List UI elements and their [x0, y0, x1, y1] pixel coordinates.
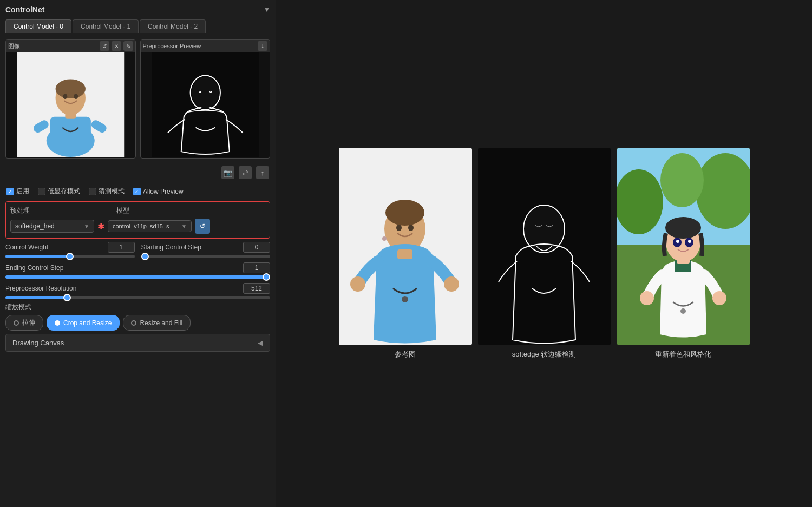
low-vram-label: 低显存模式	[48, 187, 80, 196]
control-weight-slider-row: Control Weight 1	[5, 242, 135, 258]
panel-title: ControlNet	[5, 5, 44, 14]
allow-preview-label: Allow Preview	[143, 188, 184, 195]
output-image-label-1: softedge 软边缘检测	[512, 350, 577, 359]
swap-icon-btn[interactable]: ⇄	[239, 166, 252, 179]
guess-mode-label: 猜测模式	[99, 187, 125, 196]
camera-icon-btn[interactable]: 📷	[221, 166, 234, 179]
model-section-label: 模型	[116, 206, 129, 215]
preprocessor-preview-box: Preprocessor Preview ⤓	[140, 39, 271, 159]
svg-point-39	[688, 240, 691, 243]
panel-header: ControlNet ▼	[5, 5, 270, 14]
guess-mode-checkbox[interactable]: 猜测模式	[89, 187, 125, 196]
output-image-col-1: softedge 软边缘检测	[478, 148, 611, 359]
ending-control-header: Ending Control Step 1	[5, 262, 270, 273]
source-image-edit-btn[interactable]: ✎	[123, 41, 133, 51]
control-weight-header: Control Weight 1	[5, 242, 135, 253]
preproc-resolution-header: Preprocessor Resolution 512	[5, 283, 270, 294]
guess-mode-checkbox-box	[89, 188, 96, 195]
allow-preview-checkbox[interactable]: Allow Preview	[133, 188, 184, 195]
source-image-refresh-btn[interactable]: ↺	[100, 41, 109, 51]
starting-control-slider-row: Starting Control Step 0	[141, 242, 271, 258]
scale-resize-fill-btn[interactable]: Resize and Fill	[123, 315, 191, 331]
model-value: control_v11p_sd15_s	[113, 223, 169, 229]
edge-detection-svg	[141, 52, 270, 157]
preproc-resolution-label: Preprocessor Resolution	[5, 285, 76, 292]
preprocessor-dropdown[interactable]: softedge_hed ▼	[10, 220, 94, 233]
low-vram-checkbox-box	[38, 188, 45, 195]
scale-crop-resize-label: Crop and Resize	[63, 319, 112, 327]
model-dropdown-arrow: ▼	[181, 223, 187, 229]
preprocessor-model-section: 预处理 模型 softedge_hed ▼ ✱ control_v11p_sd1…	[5, 201, 270, 239]
sliders-section: Control Weight 1 Starting Control Step 0…	[5, 242, 270, 299]
action-icons-row: 📷 ⇄ ↑	[5, 164, 270, 181]
source-image-label: 图像	[8, 42, 20, 50]
scale-crop-resize-radio	[55, 320, 60, 326]
control-weight-value[interactable]: 1	[108, 242, 135, 253]
preproc-resolution-value[interactable]: 512	[243, 283, 270, 294]
low-vram-checkbox[interactable]: 低显存模式	[38, 187, 80, 196]
checkboxes-row: 启用 低显存模式 猜测模式 Allow Preview	[5, 185, 270, 198]
ending-control-slider-row: Ending Control Step 1	[5, 262, 270, 279]
preprocessor-download-btn[interactable]: ⤓	[258, 41, 267, 51]
tab-bar: Control Model - 0 Control Model - 1 Cont…	[5, 19, 270, 33]
preprocessor-value: softedge_hed	[15, 222, 55, 230]
svg-point-15	[385, 200, 424, 226]
preproc-resolution-input[interactable]	[5, 296, 270, 299]
svg-point-30	[660, 153, 704, 207]
output-edge-svg	[478, 148, 611, 345]
tab-control-model-1[interactable]: Control Model - 1	[73, 19, 139, 33]
output-image-box-0	[339, 148, 472, 345]
ending-control-value[interactable]: 1	[243, 262, 270, 273]
scale-stretch-label: 拉伸	[22, 318, 35, 327]
scale-resize-fill-label: Resize and Fill	[140, 319, 182, 327]
scale-stretch-radio	[14, 320, 19, 326]
svg-point-8	[63, 94, 67, 99]
enable-checkbox-label: 启用	[16, 187, 29, 196]
svg-point-21	[402, 296, 408, 302]
enable-checkbox[interactable]: 启用	[6, 187, 29, 196]
left-panel: ControlNet ▼ Control Model - 0 Control M…	[0, 0, 276, 507]
svg-point-17	[350, 276, 365, 292]
model-refresh-btn[interactable]: ↺	[195, 219, 210, 234]
scale-mode-buttons: 拉伸 Crop and Resize Resize and Fill	[5, 315, 270, 331]
starting-control-input[interactable]	[141, 255, 271, 258]
svg-point-19	[396, 225, 402, 231]
scale-mode-section: 缩放模式 拉伸 Crop and Resize Resize and Fill	[5, 302, 270, 331]
svg-point-20	[408, 225, 414, 231]
preproc-labels-row: 预处理 模型	[10, 206, 265, 215]
scale-resize-fill-radio	[131, 320, 136, 326]
svg-point-18	[444, 276, 459, 292]
scale-stretch-btn[interactable]: 拉伸	[5, 315, 43, 331]
source-image-icons: ↺ ✕ ✎	[100, 41, 133, 51]
starting-control-label: Starting Control Step	[141, 243, 201, 251]
model-dropdown[interactable]: control_v11p_sd15_s ▼	[108, 220, 192, 232]
allow-preview-checkbox-box	[133, 188, 141, 195]
upload-icon-btn[interactable]: ↑	[256, 166, 269, 179]
svg-rect-2	[50, 117, 91, 152]
svg-point-12	[192, 77, 218, 108]
images-row: 图像 ↺ ✕ ✎	[5, 39, 270, 159]
panel-collapse-arrow[interactable]: ▼	[264, 6, 270, 14]
scale-crop-resize-btn[interactable]: Crop and Resize	[47, 315, 120, 331]
preprocessor-preview-content[interactable]	[141, 52, 270, 157]
svg-point-35	[665, 217, 701, 239]
preprocessor-preview-icons: ⤓	[258, 41, 267, 51]
control-weight-label: Control Weight	[5, 243, 48, 251]
starting-control-value[interactable]: 0	[243, 242, 270, 253]
source-image-close-btn[interactable]: ✕	[112, 41, 121, 51]
enable-checkbox-box	[6, 188, 14, 195]
svg-point-22	[382, 236, 387, 241]
tab-control-model-2[interactable]: Control Model - 2	[140, 19, 206, 33]
drawing-canvas-collapse-icon: ◀	[258, 339, 263, 347]
drawing-canvas-row[interactable]: Drawing Canvas ◀	[5, 334, 270, 352]
svg-point-38	[676, 240, 679, 243]
tab-control-model-0[interactable]: Control Model - 0	[5, 19, 71, 33]
output-images-row: 参考图	[339, 148, 750, 359]
source-image-content[interactable]	[6, 52, 135, 157]
svg-point-25	[525, 206, 564, 252]
svg-point-9	[74, 94, 78, 99]
control-weight-input[interactable]	[5, 255, 135, 258]
output-image-col-0: 参考图	[339, 148, 472, 359]
ending-control-input[interactable]	[5, 275, 270, 279]
ending-control-label: Ending Control Step	[5, 264, 63, 272]
